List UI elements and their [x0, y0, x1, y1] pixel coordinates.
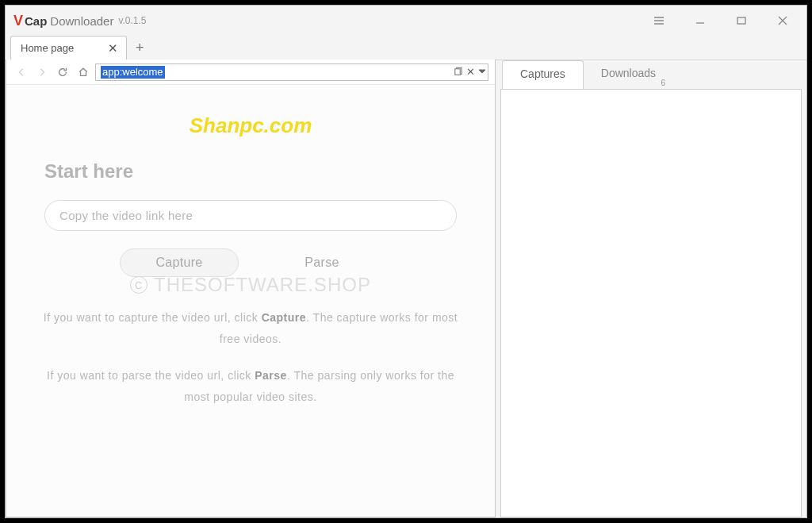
address-bar[interactable]: app:welcome ✕	[95, 63, 488, 81]
help-text: If you want to capture the video url, cl…	[38, 307, 463, 407]
reload-icon	[57, 67, 68, 78]
browser-nav-row: app:welcome ✕	[6, 60, 495, 85]
start-heading: Start here	[44, 160, 463, 183]
main-area: app:welcome ✕ Shanpc.com Start he	[6, 60, 806, 517]
arrow-right-icon	[36, 67, 48, 78]
shop-watermark: C THESOFTWARE.SHOP	[6, 274, 495, 296]
parse-button[interactable]: Parse	[262, 248, 381, 277]
titlebar: VCap Downloader v.0.1.5	[6, 6, 806, 36]
close-icon	[776, 14, 789, 27]
logo-v: V	[13, 13, 23, 29]
arrow-left-icon	[16, 67, 27, 78]
welcome-content: Shanpc.com Start here Copy the video lin…	[6, 85, 495, 517]
svg-rect-4	[737, 17, 745, 24]
action-button-row: Capture Parse	[38, 248, 463, 277]
help1-pre: If you want to capture the video url, cl…	[44, 311, 262, 324]
nav-back-button[interactable]	[13, 63, 30, 81]
help2-pre: If you want to parse the video url, clic…	[47, 369, 255, 382]
tab-close-button[interactable]: ✕	[105, 41, 120, 56]
nav-reload-button[interactable]	[54, 63, 71, 81]
minimize-icon	[694, 14, 707, 27]
app-version: v.0.1.5	[118, 15, 146, 26]
svg-rect-7	[454, 69, 460, 75]
help2-bold: Parse	[255, 369, 287, 382]
tab-downloads[interactable]: Downloads 6	[584, 60, 673, 89]
hamburger-icon	[653, 14, 665, 27]
app-window: VCap Downloader v.0.1.5 Home page ✕ +	[5, 5, 807, 518]
side-tabs: Captures Downloads 6	[496, 60, 806, 89]
window-controls	[643, 9, 799, 33]
new-tab-button[interactable]: +	[128, 36, 151, 60]
tab-label: Home page	[21, 42, 74, 54]
logo-downloader: Downloader	[50, 14, 113, 28]
tab-captures[interactable]: Captures	[502, 60, 584, 89]
tab-captures-label: Captures	[520, 67, 565, 80]
app-logo: VCap Downloader	[13, 13, 113, 29]
copy-icon[interactable]	[452, 67, 463, 78]
maximize-icon	[735, 14, 748, 27]
browser-panel: app:welcome ✕ Shanpc.com Start he	[6, 60, 496, 517]
tab-downloads-label: Downloads	[601, 67, 656, 79]
copyright-icon: C	[130, 276, 147, 294]
logo-cap: Cap	[25, 14, 47, 28]
nav-forward-button[interactable]	[33, 63, 51, 81]
browser-tabs-row: Home page ✕ +	[6, 36, 806, 60]
nav-home-button[interactable]	[75, 63, 92, 81]
address-controls: ✕	[452, 66, 486, 78]
minimize-button[interactable]	[684, 9, 716, 33]
brand-watermark: Shanpc.com	[38, 113, 463, 138]
close-button[interactable]	[767, 9, 799, 33]
shop-watermark-text: THESOFTWARE.SHOP	[154, 274, 371, 296]
home-icon	[78, 67, 89, 78]
address-dropdown-button[interactable]	[478, 67, 486, 78]
menu-button[interactable]	[643, 9, 675, 33]
downloads-count-badge: 6	[661, 79, 666, 87]
capture-button[interactable]: Capture	[120, 248, 239, 277]
video-link-input[interactable]: Copy the video link here	[44, 200, 457, 231]
address-text: app:welcome	[101, 66, 165, 79]
side-panel-body	[500, 89, 802, 517]
address-clear-button[interactable]: ✕	[466, 66, 475, 78]
side-panel: Captures Downloads 6	[496, 60, 806, 517]
help1-bold: Capture	[262, 311, 306, 324]
maximize-button[interactable]	[726, 9, 757, 33]
tab-home[interactable]: Home page ✕	[10, 36, 127, 60]
